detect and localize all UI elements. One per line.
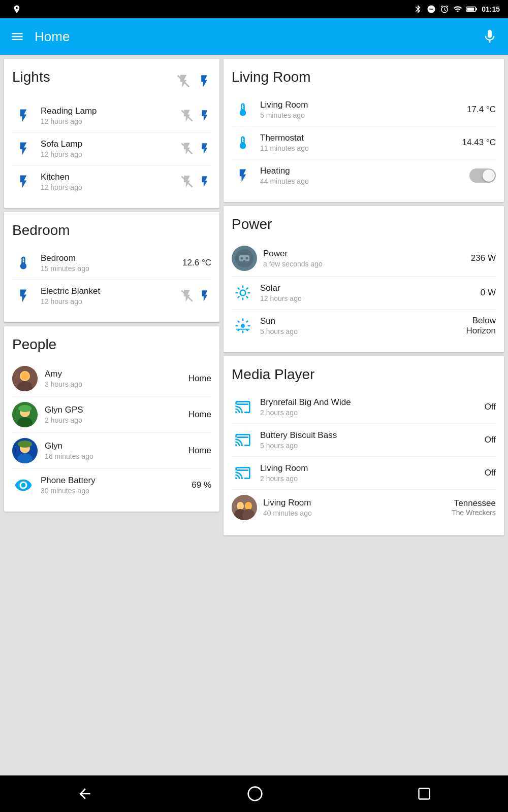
- glyn-gps-status: Home: [188, 410, 211, 420]
- sun-value-line2: Horizon: [466, 326, 496, 336]
- buttery-biscuit-time: 5 hours ago: [260, 442, 485, 450]
- thermostat-row: Thermostat 11 minutes ago 14.43 °C: [232, 126, 496, 159]
- kitchen-off-btn[interactable]: [180, 175, 194, 189]
- sofa-lamp-icon: [12, 138, 35, 160]
- svg-point-48: [248, 787, 262, 801]
- living-room-photo-name: Living Room: [263, 498, 452, 508]
- lights-on-icon[interactable]: [197, 74, 211, 88]
- svg-point-15: [18, 405, 31, 412]
- heating-row: Heating 44 minutes ago: [232, 159, 496, 192]
- phone-battery-row: Phone Battery 30 minutes ago 69 %: [12, 469, 211, 501]
- reading-lamp-time: 12 hours ago: [41, 117, 176, 125]
- amy-avatar: [12, 366, 38, 391]
- reading-lamp-on-btn[interactable]: [198, 109, 211, 122]
- reading-lamp-icon: [12, 105, 35, 127]
- thermostat-name: Thermostat: [260, 133, 462, 143]
- lr-temp-value: 17.4 °C: [467, 105, 496, 115]
- power-device-row: Power a few seconds ago 236 W: [232, 241, 496, 277]
- electric-blanket-name: Electric Blanket: [41, 286, 176, 296]
- lr-song-name: Tennessee: [452, 498, 496, 509]
- kitchen-on-btn[interactable]: [198, 175, 211, 188]
- glyn-gps-name: Glyn GPS: [45, 405, 188, 415]
- bedroom-temp-name: Bedroom: [41, 253, 182, 263]
- heating-toggle[interactable]: [469, 168, 496, 183]
- svg-point-44: [237, 502, 244, 510]
- amy-row: Amy 3 hours ago Home: [12, 361, 211, 397]
- living-room-cast-time: 2 hours ago: [260, 475, 485, 483]
- kitchen-row: Kitchen 12 hours ago: [12, 165, 211, 198]
- glyn-gps-time: 2 hours ago: [45, 416, 188, 424]
- sofa-lamp-time: 12 hours ago: [41, 150, 176, 158]
- sofa-lamp-off-btn[interactable]: [180, 142, 194, 156]
- kitchen-controls: [180, 175, 211, 189]
- sun-value: Below Horizon: [466, 316, 496, 336]
- app-bar: Home: [0, 18, 508, 55]
- living-room-card: Living Room Living Room 5 minutes ago 17…: [224, 59, 504, 202]
- left-column: Lights: [0, 55, 224, 775]
- svg-rect-49: [419, 789, 429, 799]
- bedroom-temp-row: Bedroom 15 minutes ago 12.6 °C: [12, 247, 211, 280]
- glyn-gps-avatar: [12, 402, 38, 427]
- buttery-biscuit-name: Buttery Biscuit Bass: [260, 430, 485, 441]
- sun-icon: [232, 315, 254, 337]
- people-card: People Amy 3 hours ago Home: [4, 326, 219, 512]
- living-room-cast-icon: [232, 462, 254, 484]
- media-player-title: Media Player: [232, 366, 496, 383]
- brynrefail-row: Brynrefail Big And Wide 2 hours ago Off: [232, 391, 496, 424]
- status-time: 01:15: [482, 5, 500, 13]
- living-room-cast-name: Living Room: [260, 463, 485, 473]
- living-room-title: Living Room: [232, 69, 496, 85]
- power-device-name: Power: [263, 249, 471, 259]
- phone-battery-icon: [12, 474, 35, 496]
- living-room-temp-icon: [232, 98, 254, 121]
- buttery-biscuit-row: Buttery Biscuit Bass 5 hours ago Off: [232, 424, 496, 457]
- back-button[interactable]: [77, 786, 93, 802]
- kitchen-icon: [12, 171, 35, 193]
- svg-rect-1: [476, 8, 478, 11]
- glyn-name: Glyn: [45, 441, 188, 451]
- svg-point-19: [18, 441, 32, 448]
- electric-blanket-off-btn[interactable]: [180, 289, 194, 303]
- reading-lamp-row: Reading Lamp 12 hours ago: [12, 99, 211, 132]
- glyn-time: 16 minutes ago: [45, 452, 188, 460]
- recents-button[interactable]: [417, 787, 431, 801]
- lr-temp-time: 5 minutes ago: [260, 111, 467, 119]
- lr-temp-name: Living Room: [260, 100, 467, 110]
- buttery-biscuit-value: Off: [485, 435, 496, 445]
- mic-button[interactable]: [482, 28, 498, 45]
- brynrefail-time: 2 hours ago: [260, 409, 485, 417]
- svg-point-25: [240, 290, 246, 296]
- menu-button[interactable]: [10, 29, 24, 44]
- people-title: People: [12, 336, 211, 353]
- sun-row: Sun 5 hours ago Below Horizon: [232, 310, 496, 342]
- kitchen-time: 12 hours ago: [41, 183, 176, 191]
- status-icons: 01:15: [414, 5, 500, 14]
- reading-lamp-off-btn[interactable]: [180, 109, 194, 123]
- sofa-lamp-row: Sofa Lamp 12 hours ago: [12, 132, 211, 165]
- solar-name: Solar: [260, 283, 481, 293]
- bedroom-temp-value: 12.6 °C: [182, 258, 211, 268]
- heating-icon: [232, 164, 254, 187]
- sofa-lamp-name: Sofa Lamp: [41, 139, 176, 149]
- power-card: Power Power a few seconds ago: [224, 206, 504, 352]
- main-content: Lights: [0, 55, 508, 775]
- electric-blanket-on-btn[interactable]: [198, 289, 211, 302]
- sun-time: 5 hours ago: [260, 327, 466, 335]
- svg-line-32: [238, 297, 239, 298]
- sofa-lamp-on-btn[interactable]: [198, 142, 211, 155]
- lights-off-icon[interactable]: [176, 74, 191, 89]
- svg-line-40: [238, 330, 239, 331]
- electric-blanket-time: 12 hours ago: [41, 297, 176, 306]
- home-button[interactable]: [247, 786, 263, 802]
- solar-time: 12 hours ago: [260, 294, 481, 302]
- brynrefail-value: Off: [485, 402, 496, 412]
- bedroom-card: Bedroom Bedroom 15 minutes ago 12.6 °C: [4, 212, 219, 322]
- lights-card: Lights: [4, 59, 219, 208]
- brynrefail-cast-icon: [232, 396, 254, 418]
- living-room-cast-value: Off: [485, 468, 496, 478]
- sun-name: Sun: [260, 316, 466, 326]
- bottom-nav: [0, 775, 508, 812]
- living-room-photo-value: Tennessee The Wreckers: [452, 498, 496, 517]
- amy-status: Home: [188, 374, 211, 384]
- phone-battery-value: 69 %: [192, 480, 211, 490]
